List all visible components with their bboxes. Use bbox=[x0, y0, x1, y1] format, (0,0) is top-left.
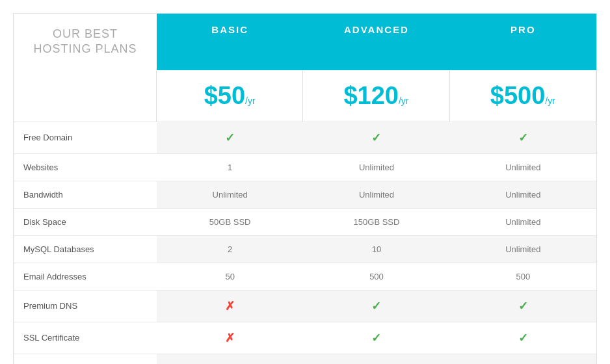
price-cell-basic: $50/yr bbox=[157, 70, 303, 122]
feature-value-1-2: Unlimited bbox=[450, 153, 596, 181]
feature-label-0: Free Domain bbox=[14, 122, 157, 153]
feature-label-4: MySQL Databases bbox=[14, 235, 157, 263]
heading-line1: OUR BEST bbox=[53, 27, 118, 42]
feature-value-6-2: ✓ bbox=[450, 290, 596, 322]
feature-label-6: Premium DNS bbox=[14, 290, 157, 322]
feature-value-2-0: Unlimited bbox=[157, 181, 303, 208]
price-amount-pro: $500 bbox=[490, 82, 546, 109]
feature-value-3-2: Unlimited bbox=[450, 208, 596, 235]
feature-value-0-2: ✓ bbox=[450, 122, 596, 153]
feature-value-0-1: ✓ bbox=[303, 122, 449, 153]
price-amount-basic: $50 bbox=[204, 82, 245, 109]
check-icon: ✓ bbox=[518, 331, 528, 345]
feature-value-6-1: ✓ bbox=[303, 290, 449, 322]
feature-label-7: SSL Certificate bbox=[14, 322, 157, 354]
feature-value-8-1: 24/7 bbox=[303, 354, 449, 364]
price-empty bbox=[14, 70, 157, 122]
check-icon: ✓ bbox=[371, 331, 381, 345]
feature-value-2-2: Unlimited bbox=[450, 181, 596, 208]
feature-label-3: Disk Space bbox=[14, 208, 157, 235]
feature-value-3-0: 50GB SSD bbox=[157, 208, 303, 235]
feature-value-4-2: Unlimited bbox=[450, 235, 596, 263]
feature-value-4-1: 10 bbox=[303, 235, 449, 263]
pricing-container: OUR BEST HOSTING PLANS BASIC ADVANCED PR… bbox=[13, 13, 597, 364]
feature-value-1-0: 1 bbox=[157, 153, 303, 181]
price-unit-basic: /yr bbox=[245, 96, 256, 106]
feature-value-6-0: ✗ bbox=[157, 290, 303, 322]
price-cell-advanced: $120/yr bbox=[303, 70, 449, 122]
check-icon: ✓ bbox=[371, 131, 381, 145]
feature-label-1: Websites bbox=[14, 153, 157, 181]
check-icon: ✓ bbox=[225, 131, 235, 145]
feature-value-5-0: 50 bbox=[157, 263, 303, 290]
feature-label-8: Support bbox=[14, 354, 157, 364]
check-icon: ✓ bbox=[518, 131, 528, 145]
price-unit-advanced: /yr bbox=[399, 96, 409, 106]
feature-value-8-2: 24/7 bbox=[450, 354, 596, 364]
price-unit-pro: /yr bbox=[545, 96, 555, 106]
table-heading: OUR BEST HOSTING PLANS bbox=[14, 14, 157, 70]
check-icon: ✓ bbox=[518, 299, 528, 313]
feature-value-2-1: Unlimited bbox=[303, 181, 449, 208]
feature-value-7-1: ✓ bbox=[303, 322, 449, 354]
feature-value-7-0: ✗ bbox=[157, 322, 303, 354]
price-amount-advanced: $120 bbox=[343, 82, 399, 109]
feature-value-3-1: 150GB SSD bbox=[303, 208, 449, 235]
feature-value-4-0: 2 bbox=[157, 235, 303, 263]
plan-header-advanced: ADVANCED bbox=[303, 14, 449, 70]
feature-label-2: Bandwidth bbox=[14, 181, 157, 208]
feature-value-5-2: 500 bbox=[450, 263, 596, 290]
feature-value-7-2: ✓ bbox=[450, 322, 596, 354]
feature-label-5: Email Addresses bbox=[14, 263, 157, 290]
feature-value-0-0: ✓ bbox=[157, 122, 303, 153]
feature-value-1-1: Unlimited bbox=[303, 153, 449, 181]
cross-icon: ✗ bbox=[225, 299, 235, 313]
check-icon: ✓ bbox=[371, 299, 381, 313]
cross-icon: ✗ bbox=[225, 331, 235, 345]
heading-line2: HOSTING PLANS bbox=[33, 42, 137, 57]
plan-header-basic: BASIC bbox=[157, 14, 303, 70]
pricing-table: OUR BEST HOSTING PLANS BASIC ADVANCED PR… bbox=[13, 13, 597, 364]
feature-value-8-0: 24/7 bbox=[157, 354, 303, 364]
price-cell-pro: $500/yr bbox=[450, 70, 596, 122]
feature-value-5-1: 500 bbox=[303, 263, 449, 290]
plan-header-pro: PRO bbox=[450, 14, 596, 70]
